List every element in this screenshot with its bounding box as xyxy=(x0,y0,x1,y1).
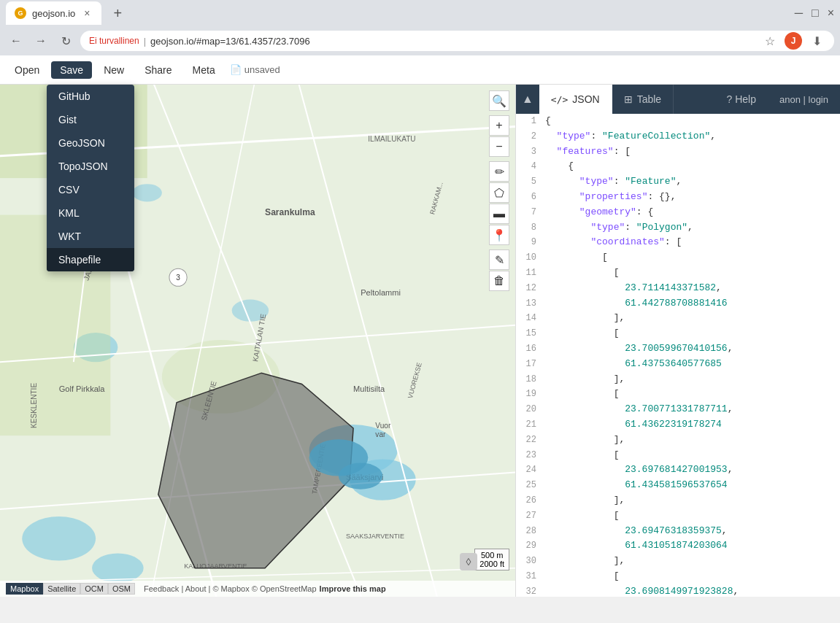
line-content: ], xyxy=(545,372,840,387)
svg-point-44 xyxy=(339,463,383,489)
save-github[interactable]: GitHub xyxy=(47,85,134,108)
line-number: 16 xyxy=(516,341,545,357)
close-window-button[interactable]: × xyxy=(828,7,834,20)
draw-polygon-button[interactable]: ⬠ xyxy=(489,182,509,203)
line-number: 19 xyxy=(516,387,545,402)
tab-table[interactable]: ⊞ Table xyxy=(612,85,674,114)
code-line: 6 "properties": {}, xyxy=(516,190,840,205)
save-shapefile[interactable]: Shapefile xyxy=(47,248,134,271)
svg-point-7 xyxy=(133,184,162,201)
osm-tile-btn[interactable]: OSM xyxy=(108,583,135,595)
improve-map-link[interactable]: Improve this map xyxy=(320,584,386,593)
line-content: 61.43753640577685 xyxy=(545,357,840,372)
tab-json[interactable]: </> JSON xyxy=(539,85,612,114)
code-line: 10 [ xyxy=(516,250,840,266)
user-avatar[interactable]: J xyxy=(785,32,802,50)
code-line: 9 "coordinates": [ xyxy=(516,235,840,250)
right-panel: ▲ </> JSON ⊞ Table ? Help anon | login 1… xyxy=(515,85,840,597)
line-number: 28 xyxy=(516,524,545,539)
code-line: 1{ xyxy=(516,114,840,129)
draw-rect-button[interactable]: ▬ xyxy=(489,204,509,224)
tab-close-button[interactable]: × xyxy=(81,7,93,19)
new-button[interactable]: New xyxy=(95,61,133,79)
auth-text[interactable]: anon | login xyxy=(768,94,840,105)
zoom-in-button[interactable]: + xyxy=(489,115,509,136)
forward-button[interactable]: → xyxy=(31,31,51,51)
line-number: 18 xyxy=(516,372,545,387)
code-line: 23 [ xyxy=(516,448,840,463)
line-content: [ xyxy=(545,250,840,266)
code-line: 13 61.442788708881416 xyxy=(516,296,840,312)
save-csv[interactable]: CSV xyxy=(47,178,134,201)
line-number: 22 xyxy=(516,433,545,448)
line-number: 3 xyxy=(516,144,545,160)
share-button[interactable]: Share xyxy=(136,61,180,79)
line-content: [ xyxy=(545,508,840,524)
reload-button[interactable]: ↻ xyxy=(55,31,76,51)
back-button[interactable]: ← xyxy=(6,31,26,51)
save-kml[interactable]: KML xyxy=(47,201,134,225)
delete-button[interactable]: 🗑 xyxy=(489,271,509,291)
mapbox-tile-btn[interactable]: Mapbox xyxy=(6,583,43,595)
app-toolbar: Open Save GitHub Gist GeoJSON TopoJSON C… xyxy=(0,55,840,85)
code-line: 14 ], xyxy=(516,311,840,326)
line-content: [ xyxy=(545,569,840,584)
code-editor[interactable]: 1{2 "type": "FeatureCollection",3 "featu… xyxy=(516,114,840,597)
download-button[interactable]: ⬇ xyxy=(808,32,825,50)
edit-button[interactable]: ✎ xyxy=(489,249,509,270)
code-line: 7 "geometry": { xyxy=(516,205,840,220)
ocm-tile-btn[interactable]: OCM xyxy=(80,583,108,595)
maximize-button[interactable]: □ xyxy=(812,7,819,20)
line-number: 6 xyxy=(516,190,545,205)
line-number: 14 xyxy=(516,311,545,326)
line-content: { xyxy=(545,114,840,129)
code-line: 22 ], xyxy=(516,433,840,448)
help-button[interactable]: ? Help xyxy=(714,93,768,105)
line-content: "coordinates": [ xyxy=(545,235,840,250)
code-line: 2 "type": "FeatureCollection", xyxy=(516,129,840,144)
table-tab-label: Table xyxy=(637,93,661,105)
svg-text:Sarankulma: Sarankulma xyxy=(265,207,315,217)
map-search-button[interactable]: 🔍 xyxy=(489,90,509,111)
panel-scroll-up[interactable]: ▲ xyxy=(516,85,539,114)
line-content: 23.7114143371582, xyxy=(545,281,840,296)
save-gist[interactable]: Gist xyxy=(47,108,134,131)
save-wkt[interactable]: WKT xyxy=(47,225,134,248)
code-line: 18 ], xyxy=(516,372,840,387)
bookmark-button[interactable]: ☆ xyxy=(761,32,779,50)
line-content: "geometry": { xyxy=(545,205,840,220)
save-topojson[interactable]: TopoJSON xyxy=(47,155,134,178)
line-content: 23.700599670410156, xyxy=(545,341,840,357)
open-button[interactable]: Open xyxy=(6,61,48,79)
line-number: 10 xyxy=(516,250,545,266)
code-line: 20 23.700771331787711, xyxy=(516,402,840,417)
draw-line-button[interactable]: ✏ xyxy=(489,161,509,182)
line-content: { xyxy=(545,159,840,174)
code-line: 15 [ xyxy=(516,326,840,341)
line-number: 27 xyxy=(516,508,545,524)
address-input[interactable]: Ei turvallinen | geojson.io/#map=13/61.4… xyxy=(80,31,834,51)
svg-text:SAAKSJARVENTIE: SAAKSJARVENTIE xyxy=(346,533,404,540)
new-tab-button[interactable]: + xyxy=(107,3,128,23)
line-number: 4 xyxy=(516,159,545,174)
satellite-tile-btn[interactable]: Satellite xyxy=(43,583,80,595)
minimize-button[interactable]: ─ xyxy=(795,7,803,20)
save-button[interactable]: Save xyxy=(51,61,92,79)
line-number: 12 xyxy=(516,281,545,296)
unsaved-icon: 📄 xyxy=(230,64,242,75)
zoom-out-button[interactable]: − xyxy=(489,136,509,157)
address-bar: ← → ↻ Ei turvallinen | geojson.io/#map=1… xyxy=(0,26,840,55)
line-content: 61.442788708881416 xyxy=(545,296,840,312)
save-geojson[interactable]: GeoJSON xyxy=(47,131,134,155)
draw-marker-button[interactable]: 📍 xyxy=(489,225,509,245)
tab-favicon: G xyxy=(15,7,26,19)
browser-tab[interactable]: G geojson.io × xyxy=(6,1,101,25)
code-line: 32 23.6908149971923828, xyxy=(516,584,840,597)
code-line: 16 23.700599670410156, xyxy=(516,341,840,357)
meta-button[interactable]: Meta xyxy=(184,61,224,79)
line-number: 15 xyxy=(516,326,545,341)
code-line: 30 ], xyxy=(516,554,840,569)
line-content: 61.431051874203064 xyxy=(545,538,840,554)
line-content: 23.697681427001953, xyxy=(545,463,840,478)
code-line: 27 [ xyxy=(516,508,840,524)
